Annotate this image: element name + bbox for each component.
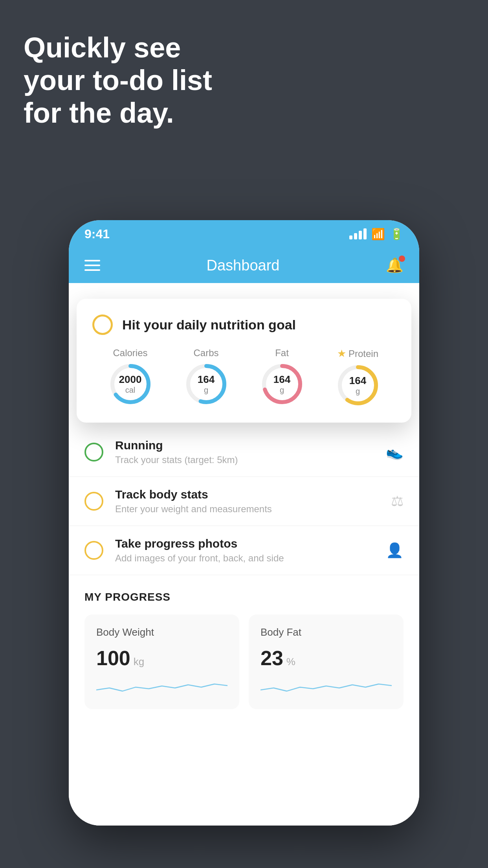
todo-item-title: Take progress photos [115,537,374,550]
nutrition-ring-item: ★Protein 164 g [336,348,380,407]
progress-card-unit: % [286,656,295,668]
status-time: 9:41 [84,227,110,241]
todo-list-item[interactable]: Running Track your stats (target: 5km) 👟 [69,428,419,477]
progress-card[interactable]: Body Weight 100 kg [84,614,239,709]
ring-text: 164 g [349,375,366,396]
todo-item-subtitle: Enter your weight and measurements [115,504,379,515]
progress-cards: Body Weight 100 kg Body Fat 23 % [84,614,404,709]
todo-text: Take progress photos Add images of your … [115,537,374,564]
todo-text: Running Track your stats (target: 5km) [115,439,374,465]
progress-card-value: 23 % [261,646,392,670]
signal-bars-icon [349,228,367,239]
hamburger-menu-button[interactable] [84,260,100,271]
progress-card[interactable]: Body Fat 23 % [249,614,404,709]
wifi-icon: 📶 [371,228,385,241]
app-content: THINGS TO DO TODAY Hit your daily nutrit… [69,283,419,826]
todo-circle [84,492,103,511]
progress-card-number: 23 [261,646,283,670]
ring-label: Fat [275,348,289,359]
nutrition-ring-item: Calories 2000 cal [109,348,152,406]
ring-container: 2000 cal [109,362,152,406]
headline-line1: Quickly see [24,31,212,64]
ring-text: 2000 cal [119,373,142,395]
progress-section: MY PROGRESS Body Weight 100 kg Body Fat … [69,575,419,709]
todo-list-item[interactable]: Take progress photos Add images of your … [69,526,419,575]
headline-line3: for the day. [24,97,212,129]
header-title: Dashboard [207,257,280,274]
ring-container: 164 g [336,364,380,407]
todo-item-subtitle: Track your stats (target: 5km) [115,454,374,465]
todo-item-title: Track body stats [115,488,379,501]
todo-item-subtitle: Add images of your front, back, and side [115,553,374,564]
shoe-icon: 👟 [386,444,404,460]
ring-container: 164 g [261,362,304,406]
ring-label: Calories [113,348,147,359]
popup-header: Hit your daily nutrition goal [92,314,396,335]
star-icon: ★ [337,348,346,360]
notification-badge [399,256,405,262]
progress-card-number: 100 [96,646,130,670]
progress-sparkline [96,676,227,696]
app-header: Dashboard 🔔 [69,248,419,283]
status-icons: 📶 🔋 [349,228,404,241]
nutrition-circle-check[interactable] [92,314,113,335]
nutrition-rings: Calories 2000 cal Carbs 164 g Fat 164 g … [92,348,396,407]
phone-shell: 9:41 📶 🔋 Dashboard 🔔 THINGS TO DO TODAY [69,220,419,826]
todo-list: Running Track your stats (target: 5km) 👟… [69,428,419,575]
progress-card-title: Body Fat [261,626,392,638]
photo-icon: 👤 [386,542,404,559]
todo-circle [84,443,103,462]
ring-label-star: ★Protein [337,348,378,360]
my-progress-heading: MY PROGRESS [84,591,404,603]
nutrition-goal-title: Hit your daily nutrition goal [122,317,296,333]
nutrition-ring-item: Carbs 164 g [185,348,228,406]
nutrition-popup-card: Hit your daily nutrition goal Calories 2… [77,299,411,423]
todo-item-title: Running [115,439,374,452]
status-bar: 9:41 📶 🔋 [69,220,419,248]
scale-icon: ⚖ [391,493,404,509]
ring-container: 164 g [185,362,228,406]
headline-line2: your to-do list [24,64,212,97]
headline: Quickly see your to-do list for the day. [24,31,212,129]
ring-text: 164 g [273,373,290,395]
notification-button[interactable]: 🔔 [386,257,404,274]
progress-card-title: Body Weight [96,626,227,638]
battery-icon: 🔋 [390,228,404,241]
progress-card-value: 100 kg [96,646,227,670]
ring-label: Carbs [193,348,218,359]
ring-text: 164 g [198,373,215,395]
nutrition-ring-item: Fat 164 g [261,348,304,406]
progress-card-unit: kg [134,656,144,668]
todo-list-item[interactable]: Track body stats Enter your weight and m… [69,477,419,526]
todo-circle [84,541,103,560]
todo-text: Track body stats Enter your weight and m… [115,488,379,515]
progress-sparkline [261,676,392,696]
